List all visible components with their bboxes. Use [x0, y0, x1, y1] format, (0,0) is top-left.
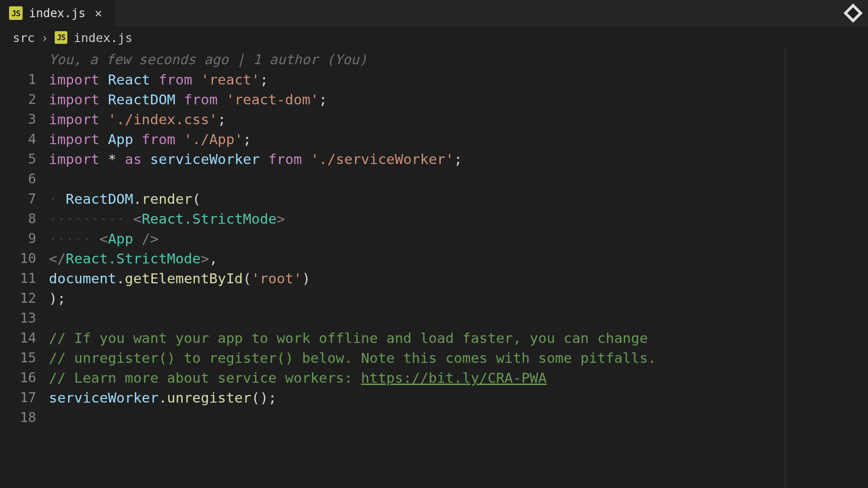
javascript-icon: JS [9, 6, 23, 20]
code-line[interactable]: 12 ); [0, 290, 868, 310]
code-line[interactable]: 18 [0, 409, 868, 429]
line-number: 7 [0, 191, 49, 206]
code-editor[interactable]: You, a few seconds ago | 1 author (You) … [0, 49, 868, 429]
code-line[interactable]: 13 [0, 310, 868, 330]
line-number: 5 [0, 151, 49, 167]
line-number: 9 [0, 230, 49, 246]
code-line[interactable]: 5 import * as serviceWorker from './serv… [0, 151, 868, 171]
breadcrumb-folder[interactable]: src [13, 31, 35, 45]
editor-ruler [785, 49, 786, 488]
line-number: 15 [0, 350, 49, 366]
code-line[interactable]: 9 ····· <App /> [0, 230, 868, 250]
code-line[interactable]: 15 // unregister() to register() below. … [0, 350, 868, 370]
code-line[interactable]: 7 · ReactDOM.render( [0, 191, 868, 211]
line-number: 12 [0, 290, 49, 306]
line-number: 13 [0, 310, 49, 326]
tab-index-js[interactable]: JS index.js × [0, 0, 114, 26]
javascript-icon: JS [55, 31, 67, 44]
code-line[interactable]: 2 import ReactDOM from 'react-dom'; [0, 91, 868, 111]
line-number: 3 [0, 111, 49, 127]
code-line[interactable]: 16 // Learn more about service workers: … [0, 370, 868, 389]
code-line[interactable]: 4 import App from './App'; [0, 131, 868, 151]
code-line[interactable]: 6 [0, 171, 868, 191]
line-number: 14 [0, 330, 49, 346]
code-line[interactable]: 17 serviceWorker.unregister(); [0, 389, 868, 409]
chevron-right-icon: › [41, 31, 48, 45]
service-worker-link[interactable]: https://bit.ly/CRA-PWA [361, 370, 547, 386]
code-line[interactable]: 11 document.getElementById('root') [0, 270, 868, 290]
code-line[interactable]: 10 </React.StrictMode>, [0, 250, 868, 270]
line-number: 11 [0, 270, 49, 286]
breadcrumb[interactable]: src › JS index.js [0, 26, 868, 49]
git-icon[interactable] [838, 0, 868, 26]
line-number: 16 [0, 370, 49, 385]
code-line[interactable]: 1 import React from 'react'; [0, 71, 868, 91]
code-line[interactable]: 3 import './index.css'; [0, 111, 868, 131]
tab-bar: JS index.js × [0, 0, 868, 26]
line-number: 6 [0, 171, 49, 187]
git-blame-annotation: You, a few seconds ago | 1 author (You) [0, 52, 868, 71]
line-number: 2 [0, 91, 49, 107]
line-number: 17 [0, 389, 49, 405]
line-number: 10 [0, 250, 49, 266]
close-icon[interactable]: × [92, 6, 105, 21]
line-number: 8 [0, 211, 49, 226]
tab-label: index.js [29, 6, 85, 20]
line-number: 4 [0, 131, 49, 147]
code-line[interactable]: 8 ········· <React.StrictMode> [0, 211, 868, 230]
breadcrumb-file[interactable]: index.js [74, 31, 132, 45]
code-line[interactable]: 14 // If you want your app to work offli… [0, 330, 868, 350]
line-number: 18 [0, 409, 49, 425]
line-number: 1 [0, 71, 49, 87]
